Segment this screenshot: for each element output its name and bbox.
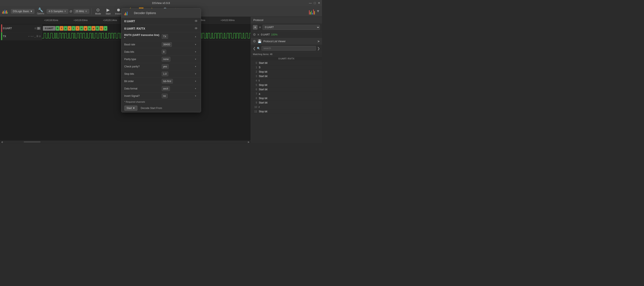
protocol-add-row: + ✕ 0:UART [251,24,322,31]
close-button[interactable]: ✕ [318,1,320,4]
expand-icon[interactable]: ▼ [316,9,320,14]
protocol-add-button[interactable]: + [253,25,258,30]
checkparity-select-wrap: yes [162,64,198,69]
item-index-10: 10 [253,106,257,108]
item-index-7: 7 [253,92,257,95]
plv-save-icon[interactable]: 💾 [258,39,262,43]
invert-select[interactable]: no [162,94,168,98]
modal-section2-title: 0:UART: RX/TX [124,27,145,30]
uart-char-E: E [96,26,99,31]
plv-next-button[interactable]: ❯ [317,46,320,50]
uart-signal-num: 0 [35,27,36,30]
item-index-3: 3 [253,75,257,78]
databits-label: Data bits [124,50,160,53]
invert-select-wrap: no [162,94,198,98]
scroll-thumb[interactable] [24,142,40,142]
list-item: 4 t [251,78,322,83]
list-item: 0 Start bit [251,61,322,65]
instant-label: Instant [115,12,122,15]
modal-logo [124,11,132,15]
at-label: @ [70,10,72,13]
samples-value: 4 G Samples [48,10,63,13]
dataformat-select[interactable]: ascii [162,86,170,91]
item-value-2: Stop bit [259,70,268,73]
freq-value: 25 MHz [76,10,84,13]
plv-prev-button[interactable]: ❮ [253,46,256,50]
uart-char-r: r [68,26,72,31]
start-button[interactable]: ▶ Start [104,7,112,15]
freq-selector[interactable]: 25 MHz ▼ [74,9,89,14]
databits-select[interactable]: 8 [162,50,166,54]
item-value-11: Stop bit [259,110,268,113]
list-item: 8 Stop bit [251,96,322,100]
item-index-11: 11 [253,110,257,113]
tx-color-bar [1,32,2,40]
uart-color-bar [1,24,2,32]
mode-button[interactable]: ⊙ Mode [94,7,102,15]
uart-label-area: 0:UART 0 D [0,24,42,32]
decode-start-button[interactable]: Start ▼ [124,106,138,111]
invert-label: Invert Signal? [124,94,160,98]
app-title: DSView v0.9.8 [152,2,170,4]
item-index-6: 6 [253,88,257,91]
databits-select-wrap: 8 [162,50,198,54]
options-button[interactable]: 🔧 Options [36,7,45,15]
modal-row-rxtx: RX/TX (UART transceive line) * TX [122,32,201,41]
baud-label: Baud rate [124,43,160,46]
plv-search-input[interactable] [262,46,316,50]
uart-char-a: a [64,26,68,31]
device-selector[interactable]: DSLogic Basic ▼ [11,9,34,14]
stopbits-select[interactable]: 1.0 [162,72,168,76]
baud-select-wrap: 38400 [162,42,198,47]
item-index-0: 0 [253,62,257,64]
protocol-gear-icon[interactable]: ⚙ [253,32,256,36]
item-value-8: Stop bit [259,97,268,100]
matching-label: Matching Items: [253,53,269,56]
tx-wave-icons: ⌐ ¬ ⌐ _ ☰ [28,35,38,38]
item-value-0: Start bit [259,62,268,64]
modal-body: 0:UART 👁 0:UART: RX/TX 👁 RX/TX (UART tra… [122,18,201,112]
scroll-track[interactable] [3,142,248,142]
uart-decode-badge[interactable]: D [37,27,40,30]
checkparity-label: Check parity? [124,65,160,68]
baud-select[interactable]: 38400 [162,42,172,47]
maximize-button[interactable]: □ [314,1,316,4]
protocol-remove-2[interactable]: ✕ [257,33,260,36]
uart-char-i: i [76,26,80,31]
protocol-remove-1[interactable]: ✕ [259,26,261,29]
rxtx-select[interactable]: TX [162,34,168,39]
item-value-5: Stop bit [259,84,268,86]
samples-selector[interactable]: 4 G Samples ▼ [47,9,68,14]
mode-label: Mode [95,12,101,15]
modal-row-invert: Invert Signal? no [122,92,201,100]
item-value-1: S [259,66,260,69]
checkparity-select[interactable]: yes [162,64,169,69]
section1-eye-icon[interactable]: 👁 [194,19,198,23]
minimize-button[interactable]: — [309,1,312,4]
uart-char-t2: t [72,26,76,31]
ts-1: +14119.53ms [74,19,88,22]
list-item: 5 Stop bit [251,83,322,87]
plv-send-icon[interactable]: ➤ [317,39,320,43]
parity-label: Parity type [124,58,160,61]
item-index-2: 2 [253,70,257,73]
sep1 [91,8,92,14]
item-value-9: Start bit [259,101,268,104]
scroll-left-arrow[interactable]: ◀ [1,140,3,143]
parity-select[interactable]: none [162,57,170,62]
bitorder-select[interactable]: lsb-first [162,79,173,84]
tx-signal-num: 0 [39,35,40,38]
window-controls: — □ ✕ [309,1,320,4]
protocol-dropdown-1[interactable]: 0:UART [262,25,320,30]
modal-section1-header: 0:UART 👁 [122,18,201,25]
bitorder-label: Bit order [124,80,160,83]
plv-gear-icon[interactable]: ⚙ [253,39,256,43]
required-channels-text: * Required channels [124,100,145,103]
uart-signal-name: 0:UART [3,27,34,30]
section2-eye-icon[interactable]: 👁 [194,27,198,30]
item-index-9: 9 [253,101,257,104]
scroll-right-arrow[interactable]: ▶ [248,140,250,143]
protocol-percent: 100% [271,33,278,36]
start-label: Start [106,12,110,15]
uart-char-n: n [80,26,84,31]
